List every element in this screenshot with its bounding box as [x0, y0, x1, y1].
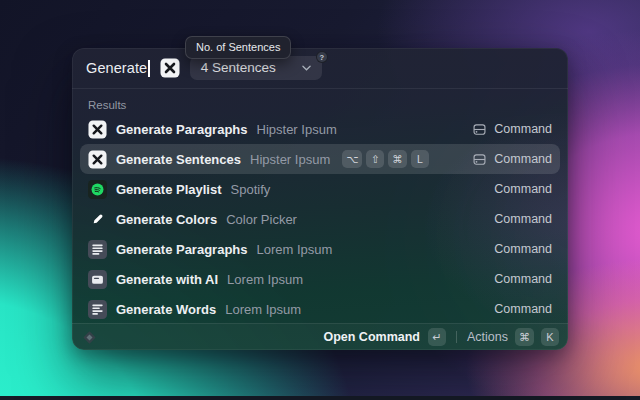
row-type-label: Command	[494, 302, 552, 316]
action-bar: Open Command ↵ Actions ⌘ K	[72, 323, 568, 350]
list-item[interactable]: Generate ParagraphsHipster IpsumCommand	[80, 114, 560, 144]
row-accessories: Command	[494, 212, 552, 226]
row-title: Generate Words	[116, 302, 216, 317]
color-picker-icon	[88, 210, 107, 229]
row-accessories: Command	[472, 152, 552, 167]
row-type-label: Command	[494, 182, 552, 196]
row-subtitle: Lorem Ipsum	[257, 242, 333, 257]
row-type-label: Command	[494, 272, 552, 286]
cmd-key-badge: ⌘	[515, 328, 534, 346]
row-title: Generate Sentences	[116, 152, 241, 167]
hipster-ipsum-icon	[160, 58, 180, 78]
row-subtitle: Color Picker	[226, 212, 297, 227]
lorem-paragraphs-icon	[88, 240, 107, 259]
row-title: Generate Paragraphs	[116, 242, 248, 257]
list-item[interactable]: Generate WordsLorem IpsumCommand	[80, 294, 560, 324]
row-title: Generate Paragraphs	[116, 122, 248, 137]
row-subtitle: Lorem Ipsum	[225, 302, 301, 317]
enter-key-badge: ↵	[428, 328, 446, 346]
list-item[interactable]: Generate SentencesHipster Ipsum⌥⇧⌘LComma…	[80, 144, 560, 174]
tooltip-text: No. of Sentences	[196, 41, 280, 53]
help-badge[interactable]: ?	[316, 51, 328, 63]
row-accessories: Command	[494, 302, 552, 316]
hipster-ipsum-icon	[88, 120, 107, 139]
footer-divider	[456, 331, 457, 343]
row-accessories: Command	[494, 182, 552, 196]
search-query-text: Generate	[86, 60, 147, 76]
row-subtitle: Lorem Ipsum	[227, 272, 303, 287]
row-subtitle: Hipster Ipsum	[250, 152, 330, 167]
raycast-window: No. of Sentences Generate 4 Sentences ? …	[72, 48, 568, 350]
results-list: Generate ParagraphsHipster IpsumCommandG…	[72, 114, 568, 324]
k-key-badge: K	[541, 328, 559, 346]
row-accessories: Command	[494, 272, 552, 286]
list-item[interactable]: Generate ParagraphsLorem IpsumCommand	[80, 234, 560, 264]
shortcut-badges: ⌥⇧⌘L	[342, 150, 429, 168]
list-item[interactable]: Generate ColorsColor PickerCommand	[80, 204, 560, 234]
raycast-logo-icon	[81, 329, 98, 346]
dropdown-value: 4 Sentences	[201, 60, 276, 75]
hipster-ipsum-icon	[88, 150, 107, 169]
row-type-label: Command	[494, 212, 552, 226]
command-type-icon	[472, 152, 487, 167]
shortcut-key-badge: ⌥	[342, 150, 362, 168]
row-title: Generate Colors	[116, 212, 217, 227]
results-section-label: Results	[72, 89, 568, 114]
row-type-label: Command	[494, 152, 552, 166]
text-caret	[148, 60, 150, 77]
open-command-label[interactable]: Open Command	[323, 330, 420, 344]
row-accessories: Command	[494, 242, 552, 256]
row-type-label: Command	[494, 242, 552, 256]
chevron-down-icon	[302, 65, 311, 71]
search-input[interactable]: Generate	[86, 60, 150, 77]
lorem-ai-icon	[88, 270, 107, 289]
screen-bottom-strip	[0, 396, 640, 400]
row-title: Generate Playlist	[116, 182, 222, 197]
footer-actions: Open Command ↵ Actions ⌘ K	[323, 328, 559, 346]
shortcut-key-badge: L	[411, 150, 429, 168]
row-type-label: Command	[494, 122, 552, 136]
list-item[interactable]: Generate with AILorem IpsumCommand	[80, 264, 560, 294]
lorem-words-icon	[88, 300, 107, 319]
row-title: Generate with AI	[116, 272, 218, 287]
shortcut-key-badge: ⌘	[388, 150, 407, 168]
row-accessories: Command	[472, 122, 552, 137]
shortcut-key-badge: ⇧	[366, 150, 384, 168]
row-subtitle: Hipster Ipsum	[257, 122, 337, 137]
actions-label: Actions	[467, 330, 508, 344]
search-header: Generate 4 Sentences ?	[72, 48, 568, 88]
tooltip: No. of Sentences	[185, 36, 291, 59]
list-item[interactable]: Generate PlaylistSpotifyCommand	[80, 174, 560, 204]
row-subtitle: Spotify	[231, 182, 271, 197]
sentences-dropdown[interactable]: 4 Sentences ?	[190, 56, 322, 80]
spotify-icon	[88, 180, 107, 199]
command-type-icon	[472, 122, 487, 137]
actions-button[interactable]: Actions ⌘ K	[467, 328, 559, 346]
